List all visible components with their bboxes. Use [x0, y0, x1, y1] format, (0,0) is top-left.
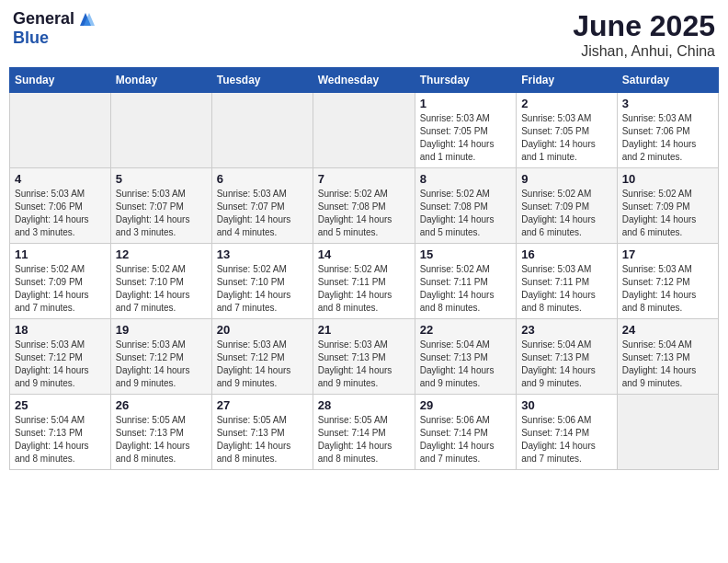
calendar-cell: 21 Sunrise: 5:03 AMSunset: 7:13 PMDaylig…	[313, 319, 415, 395]
day-number: 18	[15, 323, 106, 337]
calendar-cell: 11 Sunrise: 5:02 AMSunset: 7:09 PMDaylig…	[10, 244, 111, 319]
weekday-header: Saturday	[617, 68, 718, 93]
day-info: Sunrise: 5:02 AMSunset: 7:10 PMDaylight:…	[217, 264, 291, 313]
day-info: Sunrise: 5:03 AMSunset: 7:07 PMDaylight:…	[217, 189, 291, 237]
calendar-cell: 3 Sunrise: 5:03 AMSunset: 7:06 PMDayligh…	[617, 93, 718, 168]
weekday-header: Thursday	[415, 68, 516, 93]
calendar-cell: 17 Sunrise: 5:03 AMSunset: 7:12 PMDaylig…	[617, 244, 718, 319]
calendar-cell: 28 Sunrise: 5:05 AMSunset: 7:14 PMDaylig…	[313, 395, 415, 470]
logo-general-text: General	[13, 9, 74, 29]
day-info: Sunrise: 5:03 AMSunset: 7:11 PMDaylight:…	[521, 264, 596, 313]
day-info: Sunrise: 5:03 AMSunset: 7:05 PMDaylight:…	[420, 113, 495, 162]
calendar-cell: 5 Sunrise: 5:03 AMSunset: 7:07 PMDayligh…	[110, 168, 211, 244]
weekday-header: Monday	[110, 68, 211, 93]
day-number: 9	[521, 172, 612, 186]
calendar-cell: 6 Sunrise: 5:03 AMSunset: 7:07 PMDayligh…	[211, 168, 313, 244]
day-number: 20	[217, 323, 308, 337]
day-number: 15	[420, 247, 511, 261]
day-info: Sunrise: 5:06 AMSunset: 7:14 PMDaylight:…	[521, 415, 596, 464]
day-info: Sunrise: 5:02 AMSunset: 7:09 PMDaylight:…	[622, 189, 697, 237]
day-info: Sunrise: 5:04 AMSunset: 7:13 PMDaylight:…	[622, 339, 697, 388]
calendar-cell: 12 Sunrise: 5:02 AMSunset: 7:10 PMDaylig…	[110, 244, 211, 319]
day-number: 4	[15, 172, 106, 186]
day-number: 16	[521, 247, 612, 261]
day-number: 2	[521, 97, 612, 110]
location-title: Jishan, Anhui, China	[573, 43, 715, 60]
day-info: Sunrise: 5:06 AMSunset: 7:14 PMDaylight:…	[420, 415, 495, 464]
day-number: 26	[116, 398, 207, 412]
calendar-week-row: 18 Sunrise: 5:03 AMSunset: 7:12 PMDaylig…	[10, 319, 719, 395]
calendar-cell: 15 Sunrise: 5:02 AMSunset: 7:11 PMDaylig…	[415, 244, 516, 319]
day-number: 5	[116, 172, 207, 186]
calendar-cell: 10 Sunrise: 5:02 AMSunset: 7:09 PMDaylig…	[617, 168, 718, 244]
day-info: Sunrise: 5:04 AMSunset: 7:13 PMDaylight:…	[420, 339, 495, 388]
calendar-cell: 2 Sunrise: 5:03 AMSunset: 7:05 PMDayligh…	[517, 93, 618, 168]
day-info: Sunrise: 5:03 AMSunset: 7:12 PMDaylight:…	[116, 339, 190, 388]
day-info: Sunrise: 5:05 AMSunset: 7:14 PMDaylight:…	[318, 415, 392, 464]
day-info: Sunrise: 5:03 AMSunset: 7:07 PMDaylight:…	[116, 189, 190, 237]
day-info: Sunrise: 5:02 AMSunset: 7:11 PMDaylight:…	[420, 264, 495, 313]
day-info: Sunrise: 5:03 AMSunset: 7:12 PMDaylight:…	[15, 339, 89, 388]
calendar-cell: 4 Sunrise: 5:03 AMSunset: 7:06 PMDayligh…	[10, 168, 111, 244]
day-info: Sunrise: 5:05 AMSunset: 7:13 PMDaylight:…	[116, 415, 190, 464]
calendar-cell: 14 Sunrise: 5:02 AMSunset: 7:11 PMDaylig…	[313, 244, 415, 319]
day-info: Sunrise: 5:02 AMSunset: 7:08 PMDaylight:…	[318, 189, 392, 237]
day-info: Sunrise: 5:02 AMSunset: 7:08 PMDaylight:…	[420, 189, 495, 237]
calendar-cell	[10, 93, 111, 168]
day-number: 29	[420, 398, 511, 412]
weekday-header: Tuesday	[211, 68, 313, 93]
weekday-header: Wednesday	[313, 68, 415, 93]
day-number: 13	[217, 247, 308, 261]
calendar-cell: 7 Sunrise: 5:02 AMSunset: 7:08 PMDayligh…	[313, 168, 415, 244]
day-number: 8	[420, 172, 511, 186]
day-number: 22	[420, 323, 511, 337]
calendar-cell: 16 Sunrise: 5:03 AMSunset: 7:11 PMDaylig…	[517, 244, 618, 319]
calendar-cell: 27 Sunrise: 5:05 AMSunset: 7:13 PMDaylig…	[211, 395, 313, 470]
calendar-week-row: 11 Sunrise: 5:02 AMSunset: 7:09 PMDaylig…	[10, 244, 719, 319]
day-number: 21	[318, 323, 410, 337]
month-title: June 2025	[573, 9, 715, 43]
title-section: June 2025 Jishan, Anhui, China	[573, 9, 715, 60]
day-info: Sunrise: 5:03 AMSunset: 7:05 PMDaylight:…	[521, 113, 596, 162]
calendar-cell: 13 Sunrise: 5:02 AMSunset: 7:10 PMDaylig…	[211, 244, 313, 319]
calendar-cell	[211, 93, 313, 168]
day-number: 10	[622, 172, 713, 186]
day-info: Sunrise: 5:02 AMSunset: 7:10 PMDaylight:…	[116, 264, 190, 313]
calendar-cell: 22 Sunrise: 5:04 AMSunset: 7:13 PMDaylig…	[415, 319, 516, 395]
calendar-cell	[110, 93, 211, 168]
weekday-header: Friday	[517, 68, 618, 93]
day-info: Sunrise: 5:05 AMSunset: 7:13 PMDaylight:…	[217, 415, 291, 464]
calendar-cell	[313, 93, 415, 168]
day-info: Sunrise: 5:03 AMSunset: 7:13 PMDaylight:…	[318, 339, 392, 388]
day-number: 25	[15, 398, 106, 412]
logo-triangle-icon	[76, 9, 95, 26]
day-number: 28	[318, 398, 410, 412]
day-info: Sunrise: 5:04 AMSunset: 7:13 PMDaylight:…	[15, 415, 89, 464]
day-info: Sunrise: 5:03 AMSunset: 7:12 PMDaylight:…	[217, 339, 291, 388]
day-info: Sunrise: 5:03 AMSunset: 7:12 PMDaylight:…	[622, 264, 697, 313]
logo: General Blue	[13, 9, 95, 48]
calendar-cell: 26 Sunrise: 5:05 AMSunset: 7:13 PMDaylig…	[110, 395, 211, 470]
day-number: 27	[217, 398, 308, 412]
calendar-cell: 30 Sunrise: 5:06 AMSunset: 7:14 PMDaylig…	[517, 395, 618, 470]
calendar-cell: 20 Sunrise: 5:03 AMSunset: 7:12 PMDaylig…	[211, 319, 313, 395]
day-info: Sunrise: 5:02 AMSunset: 7:11 PMDaylight:…	[318, 264, 392, 313]
page-header: General Blue June 2025 Jishan, Anhui, Ch…	[9, 9, 719, 60]
day-info: Sunrise: 5:03 AMSunset: 7:06 PMDaylight:…	[622, 113, 697, 162]
calendar-week-row: 4 Sunrise: 5:03 AMSunset: 7:06 PMDayligh…	[10, 168, 719, 244]
day-info: Sunrise: 5:02 AMSunset: 7:09 PMDaylight:…	[15, 264, 89, 313]
day-number: 14	[318, 247, 410, 261]
day-number: 11	[15, 247, 106, 261]
day-number: 1	[420, 97, 511, 110]
calendar-cell: 24 Sunrise: 5:04 AMSunset: 7:13 PMDaylig…	[617, 319, 718, 395]
weekday-header: Sunday	[10, 68, 111, 93]
calendar-cell: 9 Sunrise: 5:02 AMSunset: 7:09 PMDayligh…	[517, 168, 618, 244]
day-number: 23	[521, 323, 612, 337]
calendar-week-row: 1 Sunrise: 5:03 AMSunset: 7:05 PMDayligh…	[10, 93, 719, 168]
day-number: 6	[217, 172, 308, 186]
calendar-cell	[617, 395, 718, 470]
day-number: 24	[622, 323, 713, 337]
calendar-table: SundayMondayTuesdayWednesdayThursdayFrid…	[9, 67, 719, 470]
weekday-header-row: SundayMondayTuesdayWednesdayThursdayFrid…	[10, 68, 719, 93]
logo-blue-text: Blue	[13, 29, 49, 47]
